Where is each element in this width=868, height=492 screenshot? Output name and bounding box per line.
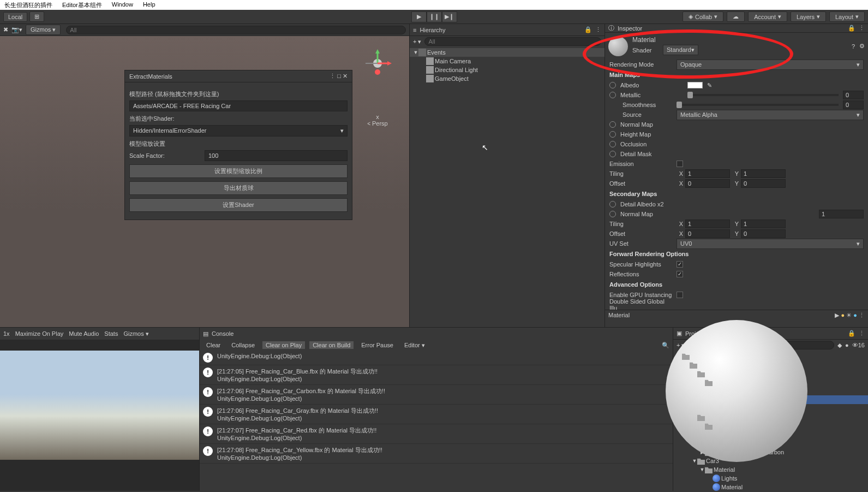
gizmos-dropdown[interactable]: Gizmos ▾ xyxy=(26,25,61,35)
account-dropdown[interactable]: Account ▾ xyxy=(748,11,787,22)
menu-editor-components[interactable]: Editor基本组件 xyxy=(62,1,102,9)
console-entry[interactable]: ![21:27:06] Free_Racing_Car_Carbon.fbx 的… xyxy=(200,385,673,405)
metallic-slider[interactable] xyxy=(687,94,839,96)
camera-icon[interactable]: 📷▾ xyxy=(11,26,22,33)
tree-item[interactable]: ▼Events xyxy=(410,48,604,57)
preview-light-icon[interactable]: ☀ xyxy=(846,312,852,318)
offset2-y-input[interactable] xyxy=(741,229,786,238)
step-button[interactable]: ▶❙ xyxy=(442,11,457,22)
preview-play-icon[interactable]: ▶ xyxy=(835,312,839,318)
tiling-x-input[interactable] xyxy=(685,169,730,178)
console-list[interactable]: !UnityEngine.Debug:Log(Object)![21:27:05… xyxy=(200,351,673,464)
help-icon[interactable]: ? xyxy=(852,43,855,50)
rendering-mode-dropdown[interactable]: Opaque▾ xyxy=(677,60,864,70)
hierarchy-menu-icon[interactable]: ⋮ xyxy=(595,26,601,33)
set-scale-button[interactable]: 设置模型缩放比例 xyxy=(129,164,348,178)
metallic-value[interactable] xyxy=(843,91,864,99)
tree-item[interactable]: Directional Light xyxy=(410,66,604,74)
tree-item[interactable]: ▼Material xyxy=(673,465,868,474)
occlusion-slot[interactable] xyxy=(609,141,616,147)
pivot-button[interactable]: ⊞ xyxy=(29,11,44,22)
layers-dropdown[interactable]: Layers ▾ xyxy=(791,11,826,22)
uv-set-dropdown[interactable]: UV0▾ xyxy=(677,239,864,249)
tree-item[interactable]: Main Camera xyxy=(410,57,604,66)
source-dropdown[interactable]: Metallic Alpha▾ xyxy=(677,110,864,120)
console-entry[interactable]: ![21:27:08] Free_Racing_Car_Yellow.fbx 的… xyxy=(200,444,673,464)
console-search-icon[interactable]: 🔍 xyxy=(662,342,669,349)
menu-help[interactable]: Help xyxy=(143,1,155,9)
specular-checkbox[interactable] xyxy=(677,261,683,268)
emission-checkbox[interactable] xyxy=(677,161,683,167)
scene-search-input[interactable] xyxy=(66,26,406,34)
preset-icon[interactable]: ⚙ xyxy=(859,43,865,50)
clear-button[interactable]: Clear xyxy=(203,341,224,349)
albedo-map-slot[interactable] xyxy=(609,82,616,88)
hierarchy-search-input[interactable] xyxy=(424,37,601,46)
error-pause-button[interactable]: Error Pause xyxy=(358,341,397,349)
tree-item[interactable]: ▼Car3 xyxy=(673,457,868,465)
preview-sky-icon[interactable]: ● xyxy=(853,312,857,318)
collapse-button[interactable]: Collapse xyxy=(228,341,258,349)
color-picker-icon[interactable]: ✎ xyxy=(707,82,712,89)
tree-item[interactable]: Material xyxy=(673,483,868,491)
hierarchy-lock-icon[interactable]: 🔒 xyxy=(584,26,592,33)
project-lock-icon[interactable]: 🔒 xyxy=(848,330,855,337)
collab-dropdown[interactable]: ◈ Collab▾ xyxy=(683,11,723,22)
offset-x-input[interactable] xyxy=(685,179,730,188)
preview-sphere-icon[interactable]: ● xyxy=(841,312,845,318)
material-preview-sphere[interactable] xyxy=(666,320,807,462)
detail-mask-slot[interactable] xyxy=(609,151,616,157)
tiling2-y-input[interactable] xyxy=(741,220,786,228)
detail-albedo-slot[interactable] xyxy=(609,201,616,208)
inspector-menu-icon[interactable]: ⋮ xyxy=(859,25,865,32)
tree-item[interactable]: GameObject xyxy=(410,74,604,83)
hidden-count-icon[interactable]: 👁16 xyxy=(852,342,865,348)
reflections-checkbox[interactable] xyxy=(677,271,683,277)
export-material-button[interactable]: 导出材质球 xyxy=(129,181,348,195)
maximize-toggle[interactable]: Maximize On Play xyxy=(15,330,64,337)
normal-map2-slot[interactable] xyxy=(609,211,616,217)
inspector-lock-icon[interactable]: 🔒 xyxy=(848,25,855,32)
preview-menu-icon[interactable]: ⋮ xyxy=(859,312,865,318)
path-field[interactable]: Assets/ARCADE - FREE Racing Car xyxy=(129,100,348,111)
stats-toggle[interactable]: Stats xyxy=(104,330,118,337)
scale-factor-input[interactable]: 100 xyxy=(205,150,348,161)
normal-map2-value[interactable] xyxy=(819,210,864,218)
window-close-icon[interactable]: ✕ xyxy=(343,73,348,79)
console-entry[interactable]: ![21:27:06] Free_Racing_Car_Gray.fbx 的 M… xyxy=(200,405,673,424)
mute-toggle[interactable]: Mute Audio xyxy=(69,330,99,337)
gizmos-toggle[interactable]: Gizmos ▾ xyxy=(123,330,148,337)
normal-map-slot[interactable] xyxy=(609,121,616,128)
window-maximize-icon[interactable]: □ xyxy=(337,73,341,79)
game-view[interactable] xyxy=(0,351,199,460)
project-menu-icon[interactable]: ⋮ xyxy=(859,330,865,337)
clear-on-play-button[interactable]: Clear on Play xyxy=(262,341,305,349)
pause-button[interactable]: ❙❙ xyxy=(427,11,442,22)
menu-plugins[interactable]: 长生但酒狂的插件 xyxy=(4,1,52,9)
console-entry[interactable]: ![21:27:07] Free_Racing_Car_Red.fbx 的 Ma… xyxy=(200,424,673,444)
menu-window[interactable]: Window xyxy=(112,1,133,9)
shader-dropdown[interactable]: Standard▾ xyxy=(663,45,698,55)
set-shader-button[interactable]: 设置Shader xyxy=(129,198,348,212)
layout-dropdown[interactable]: Layout ▾ xyxy=(829,11,865,22)
filter-label-icon[interactable]: ● xyxy=(845,342,849,348)
local-button[interactable]: Local xyxy=(3,12,27,22)
smoothness-value[interactable] xyxy=(843,100,864,109)
window-menu-icon[interactable]: ⋮ xyxy=(330,73,336,79)
clear-on-build-button[interactable]: Clear on Build xyxy=(309,341,354,349)
metallic-map-slot[interactable] xyxy=(609,92,616,98)
console-entry[interactable]: ![21:27:05] Free_Racing_Car_Blue.fbx 的 M… xyxy=(200,365,673,385)
filter-type-icon[interactable]: ◆ xyxy=(837,342,842,349)
tiling-y-input[interactable] xyxy=(741,169,786,178)
height-map-slot[interactable] xyxy=(609,131,616,138)
shader-dropdown[interactable]: Hidden/InternalErrorShader▾ xyxy=(129,125,348,137)
editor-dropdown[interactable]: Editor ▾ xyxy=(401,341,428,349)
smoothness-slider[interactable] xyxy=(677,104,839,106)
cloud-button[interactable]: ☁ xyxy=(727,11,745,22)
console-entry[interactable]: !UnityEngine.Debug:Log(Object) xyxy=(200,351,673,365)
play-button[interactable]: ▶ xyxy=(411,11,427,22)
gpu-instancing-checkbox[interactable] xyxy=(677,292,683,298)
create-dropdown[interactable]: + ▾ xyxy=(413,38,421,45)
offset-y-input[interactable] xyxy=(741,179,786,188)
tree-item[interactable]: Lights xyxy=(673,474,868,483)
